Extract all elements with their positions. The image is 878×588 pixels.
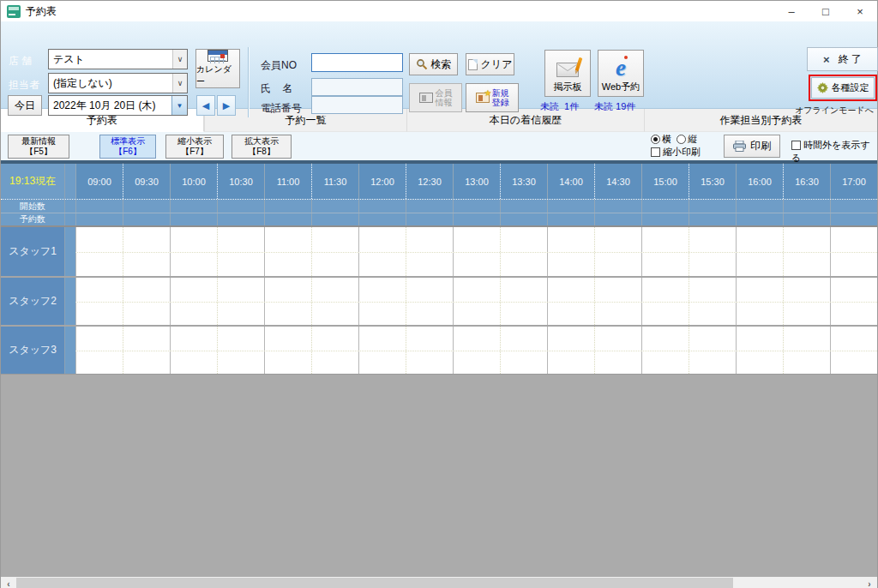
- close-button[interactable]: ×: [843, 1, 877, 21]
- time-cell: 15:00: [641, 164, 689, 199]
- schedule-cell[interactable]: [123, 327, 170, 374]
- schedule-cell[interactable]: [217, 278, 264, 325]
- schedule-cell[interactable]: [689, 278, 736, 325]
- schedule-cell[interactable]: [264, 327, 311, 374]
- new-register-button[interactable]: ★ 新規登録: [466, 83, 519, 112]
- schedule-cell[interactable]: [358, 278, 406, 325]
- schedule-cell[interactable]: [500, 278, 547, 325]
- schedule-cell[interactable]: [453, 327, 500, 374]
- schedule-cell[interactable]: [311, 327, 358, 374]
- schedule-cell[interactable]: [406, 278, 453, 325]
- schedule-cell[interactable]: [736, 327, 783, 374]
- date-dropdown-icon[interactable]: ▼: [171, 96, 187, 115]
- schedule-cell[interactable]: [500, 327, 547, 374]
- schedule-cell[interactable]: [264, 278, 311, 325]
- schedule-cell[interactable]: [830, 227, 877, 276]
- maximize-button[interactable]: □: [809, 1, 843, 21]
- date-select[interactable]: 2022年 10月 20日 (木) ▼: [48, 95, 188, 116]
- enlarge-view-button[interactable]: 拡大表示【F8】: [232, 135, 292, 159]
- grid-body: スタッフ1スタッフ2スタッフ3: [1, 225, 877, 374]
- schedule-cell[interactable]: [783, 227, 830, 276]
- settings-button[interactable]: 各種設定: [811, 77, 875, 99]
- time-cell: 13:30: [500, 164, 547, 199]
- staff-row: スタッフ1: [1, 227, 877, 276]
- schedule-cell[interactable]: [170, 227, 217, 276]
- schedule-cell[interactable]: [736, 227, 783, 276]
- standard-view-button[interactable]: 標準表示【F6】: [99, 135, 156, 159]
- chevron-down-icon[interactable]: ∨: [172, 74, 187, 93]
- show-overtime-checkbox[interactable]: 時間外を表示する: [791, 139, 877, 165]
- schedule-cell[interactable]: [311, 227, 358, 276]
- schedule-cell[interactable]: [75, 278, 123, 325]
- web-reservation-button[interactable]: e Web予約: [598, 50, 644, 97]
- schedule-cell[interactable]: [170, 278, 217, 325]
- schedule-cell[interactable]: [783, 278, 830, 325]
- schedule-cell[interactable]: [406, 227, 453, 276]
- schedule-cell[interactable]: [689, 227, 736, 276]
- phone-input[interactable]: [311, 96, 403, 114]
- schedule-cell[interactable]: [783, 327, 830, 374]
- schedule-cell[interactable]: [689, 327, 736, 374]
- member-info-button[interactable]: 会員情報: [409, 83, 462, 112]
- schedule-cell[interactable]: [358, 327, 406, 374]
- member-no-input[interactable]: [311, 53, 403, 72]
- exit-button[interactable]: × 終 了: [807, 47, 878, 71]
- count-cells: [75, 213, 877, 225]
- scroll-right-icon[interactable]: ›: [862, 577, 877, 588]
- clear-label: クリア: [481, 57, 513, 72]
- horizontal-scrollbar[interactable]: ‹ ›: [1, 577, 877, 588]
- search-button[interactable]: 検索: [409, 53, 458, 75]
- schedule-cell[interactable]: [217, 327, 264, 374]
- scrollbar-thumb[interactable]: [16, 578, 733, 588]
- schedule-cell[interactable]: [594, 327, 641, 374]
- count-cell: [358, 200, 406, 213]
- name-input[interactable]: [311, 78, 403, 96]
- count-strip: [65, 200, 75, 213]
- staff-select[interactable]: (指定しない) ∨: [48, 73, 188, 93]
- schedule-cell[interactable]: [406, 327, 453, 374]
- schedule-cell[interactable]: [75, 327, 123, 374]
- schedule-cell[interactable]: [830, 327, 877, 374]
- schedule-cell[interactable]: [547, 227, 594, 276]
- schedule-cell[interactable]: [217, 227, 264, 276]
- today-button[interactable]: 今日: [8, 95, 42, 116]
- prev-day-button[interactable]: ◀: [196, 95, 215, 116]
- schedule-cell[interactable]: [453, 227, 500, 276]
- schedule-cell[interactable]: [641, 327, 689, 374]
- store-select[interactable]: テスト ∨: [48, 49, 188, 69]
- schedule-cell[interactable]: [264, 227, 311, 276]
- schedule-cell[interactable]: [641, 227, 689, 276]
- schedule-cell[interactable]: [453, 278, 500, 325]
- clear-button[interactable]: クリア: [466, 53, 514, 75]
- staff-cells: [75, 227, 877, 276]
- minimize-button[interactable]: –: [774, 1, 809, 21]
- orientation-vertical-radio[interactable]: 縦: [677, 134, 697, 144]
- schedule-cell[interactable]: [736, 278, 783, 325]
- schedule-cell[interactable]: [311, 278, 358, 325]
- schedule-cell[interactable]: [358, 227, 406, 276]
- count-cells: [75, 200, 877, 213]
- schedule-cell[interactable]: [75, 227, 123, 276]
- schedule-cell[interactable]: [641, 278, 689, 325]
- bulletin-board-button[interactable]: 掲示板: [544, 50, 591, 97]
- schedule-cell[interactable]: [594, 278, 641, 325]
- next-day-button[interactable]: ▶: [217, 95, 236, 116]
- schedule-cell[interactable]: [500, 227, 547, 276]
- offline-mode-link[interactable]: オフラインモードへ: [795, 105, 874, 117]
- schedule-cell[interactable]: [547, 327, 594, 374]
- schedule-cell[interactable]: [123, 278, 170, 325]
- store-label: 店 舗: [9, 54, 32, 69]
- schedule-cell[interactable]: [830, 278, 877, 325]
- schedule-cell[interactable]: [547, 278, 594, 325]
- scroll-left-icon[interactable]: ‹: [1, 577, 16, 588]
- shrink-view-button[interactable]: 縮小表示【F7】: [165, 135, 224, 159]
- schedule-cell[interactable]: [170, 327, 217, 374]
- chevron-down-icon[interactable]: ∨: [172, 50, 187, 69]
- calendar-button[interactable]: カレンダー: [195, 49, 240, 88]
- schedule-cell[interactable]: [123, 227, 170, 276]
- print-button[interactable]: 印刷: [724, 135, 780, 158]
- reduce-print-checkbox[interactable]: 縮小印刷: [651, 147, 701, 157]
- schedule-cell[interactable]: [594, 227, 641, 276]
- refresh-button[interactable]: 最新情報【F5】: [8, 135, 69, 159]
- orientation-horizontal-radio[interactable]: 横: [651, 134, 671, 144]
